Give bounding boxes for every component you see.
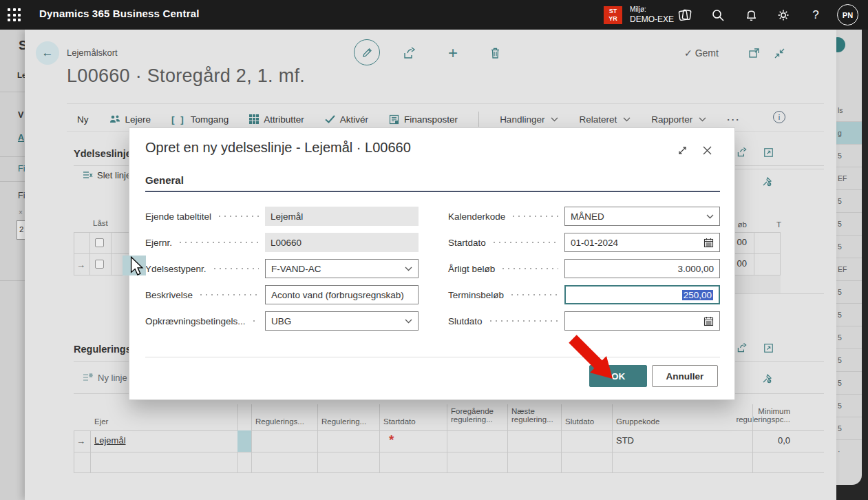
trash-icon [489, 47, 501, 59]
cell-ejer-link[interactable]: Lejemål [94, 435, 126, 446]
calendar-icon[interactable] [703, 238, 714, 248]
toolbar-menu-relateret[interactable]: Relateret [579, 114, 631, 125]
cell-gruppekode[interactable]: STD [616, 435, 634, 446]
section-open-icon[interactable] [761, 145, 775, 159]
column-header-regulering[interactable]: Regulering... [321, 417, 366, 426]
new-plus-button[interactable]: + [445, 45, 461, 61]
startdato-field[interactable]: 01-01-2024 [564, 233, 720, 252]
divider [67, 103, 824, 104]
collapse-pane-button[interactable] [771, 45, 787, 61]
delete-button[interactable] [487, 45, 503, 61]
environment-badge-line1: ST [609, 8, 617, 14]
row-checkbox[interactable] [95, 260, 104, 269]
cell-minimum[interactable]: 0,0 [752, 435, 790, 446]
section-share-icon[interactable] [735, 341, 749, 355]
grid-line [74, 430, 824, 431]
field-row: Opkrævningsbetingels... UBG [145, 311, 419, 331]
toolbar-more-button[interactable]: ··· [727, 114, 741, 125]
selected-cell[interactable] [237, 430, 251, 452]
bg-row-fragment: 5 [836, 395, 862, 417]
kalenderkode-combobox[interactable]: MÅNED [564, 207, 720, 226]
current-row-arrow: → [76, 436, 85, 446]
toolbar-item-aktiver[interactable]: Aktivér [325, 114, 368, 125]
cancel-button[interactable]: Annuller [652, 365, 718, 387]
ydelsestypenr-combobox[interactable]: F-VAND-AC [265, 259, 419, 278]
breadcrumb[interactable]: Lejemålskort [67, 48, 118, 58]
environment-label: Miljø: [630, 6, 674, 13]
terminsbeloeb-field[interactable]: 250,00 [564, 285, 720, 304]
column-header-gruppekode[interactable]: Gruppekode [616, 417, 659, 426]
toolbar-item-ny[interactable]: Ny [77, 114, 89, 125]
new-line-icon [83, 373, 94, 382]
row-checkbox[interactable] [95, 238, 104, 247]
settings-gear-icon[interactable] [774, 6, 792, 24]
section-share-icon[interactable] [735, 145, 749, 159]
top-bar: Dynamics 365 Business Central ST YR Milj… [0, 0, 868, 30]
share-button[interactable] [401, 45, 418, 61]
grid-line [89, 232, 90, 275]
section-open-icon[interactable] [761, 341, 775, 355]
info-icon[interactable]: i [773, 111, 785, 123]
field-label: Startdato [448, 238, 486, 248]
field-row: Startdato 01-01-2024 [448, 233, 720, 252]
beskrivelse-field[interactable]: Aconto vand (forbrugsregnskab) [265, 285, 419, 304]
unpin-icon[interactable] [760, 372, 774, 386]
chevron-down-icon[interactable] [706, 214, 714, 219]
background-page-left-edge: S Le V A Fi Fi × 2 [0, 30, 25, 500]
unpin-icon[interactable] [760, 175, 774, 189]
slutdato-field[interactable] [564, 311, 720, 331]
grid-line [447, 404, 447, 472]
edit-pencil-button[interactable] [354, 39, 380, 65]
column-header-startdato[interactable]: Startdato [383, 417, 416, 426]
help-icon[interactable]: ? [807, 6, 825, 24]
close-dialog-button[interactable] [699, 143, 714, 158]
dotted-leader [212, 259, 259, 278]
search-icon[interactable] [709, 6, 727, 24]
calendar-icon[interactable] [703, 316, 714, 326]
column-header-laast[interactable]: Låst [93, 219, 108, 227]
environment-badge[interactable]: ST YR [604, 6, 622, 24]
notifications-bell-icon[interactable] [742, 6, 760, 24]
action-slet-linje[interactable]: Slet linje [83, 166, 131, 184]
aarligt-beloeb-field[interactable]: 3.000,00 [564, 259, 720, 278]
expand-dialog-button[interactable] [675, 143, 690, 158]
pencil-icon [361, 47, 373, 59]
column-header-foregaende[interactable]: Foregåenderegulering... [451, 407, 494, 424]
toolbar-item-tomgang[interactable]: [ ] Tomgang [171, 114, 229, 125]
environment-name: DEMO-EXE [630, 14, 674, 24]
field-label: Opkrævningsbetingels... [145, 316, 246, 326]
check-icon [325, 115, 335, 123]
toolbar-menu-rapporter[interactable]: Rapporter [651, 114, 706, 125]
chevron-down-icon[interactable] [405, 267, 412, 271]
back-button[interactable]: ← [36, 41, 59, 65]
account-avatar[interactable]: PN [837, 4, 858, 25]
toolbar-item-lejere[interactable]: Lejere [109, 114, 151, 125]
dynamics-icon[interactable] [676, 6, 694, 24]
divider [735, 293, 824, 294]
column-header-slutdato[interactable]: Slutdato [565, 417, 594, 426]
column-header-fragment[interactable]: T [776, 220, 781, 229]
open-in-new-window-button[interactable] [745, 45, 762, 61]
table-footer-fragment [735, 275, 781, 293]
toolbar-item-finansposter[interactable]: Finansposter [389, 114, 458, 125]
chevron-down-icon[interactable] [405, 319, 412, 324]
chevron-down-icon [623, 117, 631, 122]
bg-fragment: Fi [18, 191, 25, 200]
bg-fragment-link: Fi [18, 164, 25, 174]
bg-row-fragment: · [836, 440, 862, 463]
column-header-regulerings[interactable]: Regulerings... [255, 417, 304, 426]
column-header-naeste[interactable]: Næsteregulering... [511, 407, 553, 424]
column-header-ejer[interactable]: Ejer [94, 417, 108, 426]
grid-line [74, 452, 824, 452]
column-header-minimum[interactable]: Minimumreguleringspc... [728, 407, 790, 424]
action-ny-linje[interactable]: Ny linje [83, 368, 127, 386]
app-launcher-waffle-icon[interactable] [6, 7, 23, 23]
environment-info[interactable]: Miljø: DEMO-EXE [630, 6, 674, 24]
field-label: Beskrivelse [145, 290, 193, 300]
bg-fragment: Le [17, 71, 25, 79]
bg-row-fragment: ls [836, 99, 862, 122]
toolbar-item-attributter[interactable]: Attributter [249, 114, 304, 125]
toolbar-menu-handlinger[interactable]: Handlinger [500, 114, 558, 125]
opkraevningsbetingelse-combobox[interactable]: UBG [265, 311, 419, 331]
field-row: Ydelsestypenr. F-VAND-AC [145, 259, 419, 278]
